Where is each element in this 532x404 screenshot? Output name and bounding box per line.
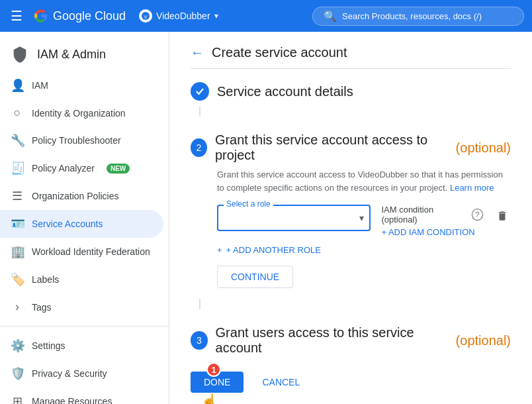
badge-icon: 🪪 [11, 217, 24, 231]
sidebar-header: IAM & Admin [0, 37, 169, 72]
page-title: Create service account [212, 45, 347, 60]
add-role-plus-icon: + [217, 245, 222, 255]
step3-header: 3 Grant users access to this service acc… [191, 325, 511, 356]
sidebar-item-label: Manage Resources [32, 396, 112, 404]
domain-icon: 🏢 [11, 244, 24, 259]
project-name: VideoDubber [156, 11, 210, 21]
sidebar-app-title: IAM & Admin [37, 48, 106, 62]
step-connector-1 [199, 106, 200, 117]
wrench-icon: 🔧 [11, 133, 24, 148]
iam-condition-panel: IAM condition (optional) ? + ADD IAM CON… [381, 205, 483, 237]
person-icon: 👤 [11, 78, 24, 93]
project-dropdown-icon: ▾ [214, 11, 218, 21]
sidebar-item-manage-resources[interactable]: ⊞ Manage Resources [0, 387, 163, 404]
sidebar-item-label: IAM [32, 80, 48, 91]
page-header: ← Create service account [191, 45, 511, 69]
account-circle-icon: ○ [11, 106, 24, 120]
project-icon: V [139, 9, 152, 23]
step2-section: 2 Grant this service account access to p… [191, 132, 511, 309]
sidebar-divider [0, 326, 169, 327]
step1-check [191, 82, 209, 101]
delete-role-button[interactable] [494, 207, 511, 228]
receipt-icon: 🧾 [11, 161, 24, 176]
step2-number: 2 [191, 138, 207, 157]
search-placeholder: Search Products, resources, docs (/) [342, 11, 482, 21]
step2-description: Grant this service account access to Vid… [217, 168, 511, 194]
sidebar-item-identity-org[interactable]: ○ Identity & Organization [0, 99, 163, 126]
sidebar-item-labels[interactable]: 🏷️ Labels [0, 266, 163, 293]
add-another-role-button[interactable]: + + ADD ANOTHER ROLE [217, 245, 511, 255]
new-badge: NEW [107, 164, 130, 174]
sidebar-item-label: Organization Policies [32, 191, 119, 201]
cancel-button[interactable]: CANCEL [251, 372, 310, 393]
step3-number: 3 [191, 331, 208, 350]
add-role-label: + ADD ANOTHER ROLE [226, 245, 321, 255]
sidebar-item-label: Settings [32, 340, 66, 351]
role-select-label: Select a role [224, 199, 273, 209]
iam-condition-label: IAM condition (optional) [381, 205, 468, 225]
search-bar[interactable]: 🔍 Search Products, resources, docs (/) [312, 7, 524, 26]
continue-button[interactable]: CONTINUE [217, 266, 293, 288]
project-selector[interactable]: V VideoDubber ▾ [139, 9, 218, 23]
main-content: ← Create service account Service account… [169, 32, 532, 404]
cursor-indicator: ☝ [201, 393, 218, 404]
main-layout: IAM & Admin 👤 IAM ○ Identity & Organizat… [0, 32, 532, 404]
settings-icon: ⚙️ [11, 338, 24, 353]
apps-icon: ⊞ [11, 394, 24, 404]
sidebar-item-privacy-security[interactable]: 🛡️ Privacy & Security [0, 360, 163, 387]
sidebar-item-policy-analyzer[interactable]: 🧾 Policy Analyzer NEW [0, 154, 163, 182]
google-cloud-logo: Google Cloud [33, 8, 126, 24]
sidebar-item-label: Tags [32, 302, 52, 313]
sidebar-item-policy-troubleshooter[interactable]: 🔧 Policy Troubleshooter [0, 126, 163, 154]
sidebar-item-label: Workload Identity Federation [32, 246, 150, 257]
tag-icon: › [11, 300, 24, 314]
add-iam-condition-button[interactable]: + ADD IAM CONDITION [381, 227, 474, 237]
sidebar-item-tags[interactable]: › Tags [0, 293, 163, 321]
step-connector-2 [199, 299, 200, 309]
search-icon: 🔍 [324, 10, 337, 23]
shield-icon [11, 45, 29, 64]
step2-title: Grant this service account access to pro… [215, 132, 443, 163]
sidebar-item-label: Service Accounts [32, 219, 103, 229]
list-icon: ☰ [11, 189, 24, 203]
bottom-actions: DONE 1 CANCEL ☝ [191, 372, 511, 393]
sidebar-item-service-accounts[interactable]: 🪪 Service Accounts [0, 210, 163, 238]
sidebar-item-label: Labels [32, 274, 59, 285]
sidebar: IAM & Admin 👤 IAM ○ Identity & Organizat… [0, 32, 169, 404]
sidebar-item-label: Privacy & Security [32, 368, 107, 379]
step3-section: 3 Grant users access to this service acc… [191, 325, 511, 356]
step2-optional: (optional) [456, 140, 511, 156]
step2-header: 2 Grant this service account access to p… [191, 132, 511, 163]
sidebar-item-iam[interactable]: 👤 IAM [0, 72, 163, 99]
label-icon: 🏷️ [11, 272, 24, 287]
top-navigation: ☰ Google Cloud V VideoDubber ▾ 🔍 Search … [0, 0, 532, 32]
back-button[interactable]: ← [191, 45, 204, 60]
role-select-wrapper: Select a role ▾ [217, 205, 371, 231]
google-cloud-icon [33, 8, 49, 24]
svg-text:V: V [144, 14, 148, 20]
learn-more-link[interactable]: Learn more [450, 183, 494, 193]
sidebar-item-label: Policy Analyzer [32, 163, 95, 174]
notification-badge: 1 [206, 362, 221, 377]
step3-title: Grant users access to this service accou… [216, 325, 443, 356]
privacy-shield-icon: 🛡️ [11, 366, 24, 381]
iam-condition-help-icon[interactable]: ? [472, 209, 483, 221]
step1-section: Service account details [191, 82, 511, 117]
step1-header: Service account details [191, 82, 511, 101]
logo-text: Google Cloud [53, 9, 126, 23]
sidebar-item-workload-identity[interactable]: 🏢 Workload Identity Federation [0, 238, 163, 266]
sidebar-item-label: Identity & Organization [32, 108, 126, 119]
step3-optional: (optional) [456, 333, 511, 348]
sidebar-item-org-policies[interactable]: ☰ Organization Policies [0, 182, 163, 210]
sidebar-item-label: Policy Troubleshooter [32, 135, 121, 146]
role-select[interactable] [217, 205, 371, 231]
step1-title: Service account details [217, 84, 353, 99]
sidebar-item-settings[interactable]: ⚙️ Settings [0, 332, 163, 360]
role-row: Select a role ▾ IAM condition (optional)… [217, 205, 511, 237]
iam-condition-header: IAM condition (optional) ? [381, 205, 483, 225]
hamburger-menu[interactable]: ☰ [8, 5, 25, 26]
